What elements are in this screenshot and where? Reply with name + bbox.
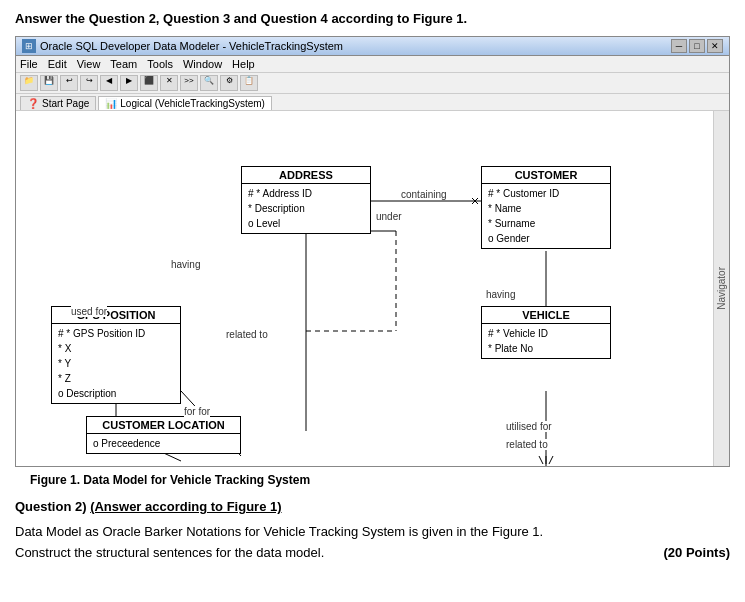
menu-window[interactable]: Window [183, 58, 222, 70]
menu-bar: File Edit View Team Tools Window Help [16, 56, 729, 73]
entity-vehicle: VEHICLE # * Vehicle ID * Plate No [481, 306, 611, 359]
toolbar-btn-2[interactable]: 💾 [40, 75, 58, 91]
svg-line-19 [472, 198, 478, 204]
rel-utilised-for: utilised for [506, 421, 552, 432]
toolbar-btn-12[interactable]: 📋 [240, 75, 258, 91]
figure-caption: Figure 1. Data Model for Vehicle Trackin… [15, 473, 730, 487]
rel-containing-1: containing [401, 189, 447, 200]
question-2-section: Question 2) (Answer according to Figure … [15, 497, 730, 563]
question-header: Answer the Question 2, Question 3 and Qu… [15, 10, 730, 28]
rel-used-for: used for [71, 306, 107, 317]
menu-team[interactable]: Team [110, 58, 137, 70]
svg-line-14 [539, 456, 543, 464]
diagram-area[interactable]: ADDRESS # * Address ID * Description o L… [16, 111, 729, 466]
menu-view[interactable]: View [77, 58, 101, 70]
toolbar-btn-7[interactable]: ⬛ [140, 75, 158, 91]
minimize-button[interactable]: ─ [671, 39, 687, 53]
toolbar-btn-8[interactable]: ✕ [160, 75, 178, 91]
rel-related-to-1: related to [226, 329, 268, 340]
toolbar-btn-10[interactable]: 🔍 [200, 75, 218, 91]
entity-gps-position: GPS POSITION # * GPS Position ID * X * Y… [51, 306, 181, 404]
tabs-bar: ❓ Start Page 📊 Logical (VehicleTrackingS… [16, 94, 729, 111]
svg-line-18 [472, 198, 478, 204]
rel-under: under [376, 211, 402, 222]
tab-icon-logical: 📊 [105, 98, 117, 109]
question-2-points: (20 Points) [664, 543, 730, 564]
rel-having-2: having [486, 289, 515, 300]
menu-file[interactable]: File [20, 58, 38, 70]
menu-tools[interactable]: Tools [147, 58, 173, 70]
tab-icon-start: ❓ [27, 98, 39, 109]
toolbar-btn-5[interactable]: ◀ [100, 75, 118, 91]
rel-for-for: for for [184, 406, 210, 417]
app-icon: ⊞ [22, 39, 36, 53]
tab-logical[interactable]: 📊 Logical (VehicleTrackingSystem) [98, 96, 272, 110]
toolbar-btn-9[interactable]: >> [180, 75, 198, 91]
close-button[interactable]: ✕ [707, 39, 723, 53]
question-2-body: Data Model as Oracle Barker Notations fo… [15, 522, 730, 564]
tab-start-page[interactable]: ❓ Start Page [20, 96, 96, 110]
window-title: Oracle SQL Developer Data Modeler - Vehi… [40, 40, 343, 52]
toolbar-btn-1[interactable]: 📁 [20, 75, 38, 91]
toolbar-btn-4[interactable]: ↪ [80, 75, 98, 91]
question-2-body-line2: Construct the structural sentences for t… [15, 543, 324, 564]
navigator-label: Navigator [716, 267, 727, 310]
rel-having-1: having [171, 259, 200, 270]
toolbar-btn-11[interactable]: ⚙ [220, 75, 238, 91]
toolbar-btn-3[interactable]: ↩ [60, 75, 78, 91]
menu-help[interactable]: Help [232, 58, 255, 70]
toolbar-btn-6[interactable]: ▶ [120, 75, 138, 91]
question-2-body-line1: Data Model as Oracle Barker Notations fo… [15, 522, 543, 543]
entity-address: ADDRESS # * Address ID * Description o L… [241, 166, 371, 234]
toolbar: 📁 💾 ↩ ↪ ◀ ▶ ⬛ ✕ >> 🔍 ⚙ 📋 [16, 73, 729, 94]
app-window: ⊞ Oracle SQL Developer Data Modeler - Ve… [15, 36, 730, 467]
entity-customer-location: CUSTOMER LOCATION o Preceedence [86, 416, 241, 454]
navigator-bar: Navigator [713, 111, 729, 466]
svg-line-16 [549, 456, 553, 464]
entity-customer: CUSTOMER # * Customer ID * Name * Surnam… [481, 166, 611, 249]
diagram-svg [16, 111, 729, 466]
rel-related-to-2: related to [506, 439, 548, 450]
question-2-title: Question 2) (Answer according to Figure … [15, 497, 730, 518]
maximize-button[interactable]: □ [689, 39, 705, 53]
title-bar: ⊞ Oracle SQL Developer Data Modeler - Ve… [16, 37, 729, 56]
menu-edit[interactable]: Edit [48, 58, 67, 70]
